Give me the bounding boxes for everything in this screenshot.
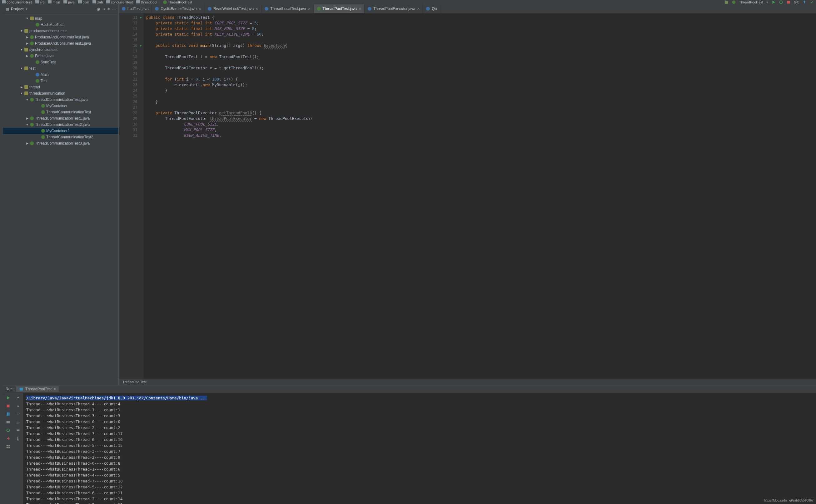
code-line[interactable] [146,60,438,65]
crumb-item[interactable]: zab [96,0,103,4]
editor-code[interactable]: public class ThreadPoolTest { private st… [144,13,438,270]
pkg-icon [24,85,28,89]
code-line[interactable]: private static final int MAX_POOL_SIZE =… [146,26,438,32]
project-header[interactable]: ▤ Project ▾ ⊕ ⇥ ✶ — [3,4,118,14]
tree-row[interactable]: Main [3,72,118,78]
crumb-item[interactable]: java [67,0,74,4]
code-line[interactable]: ThreadPoolExecutor threadPoolExecutor = … [146,116,438,121]
code-line[interactable]: } [146,88,438,93]
tree-label: HashMapTest [41,22,63,27]
code-line[interactable] [146,71,438,77]
editor-tab[interactable]: CyclicBarrierTest.java× [152,4,205,13]
tree-row[interactable]: ▼producerandconsumer [3,28,118,34]
code-line[interactable] [146,93,438,99]
java-icon [122,7,126,11]
crumb-item[interactable]: main [52,0,60,4]
java-icon [30,98,34,101]
close-icon[interactable]: × [255,6,258,11]
crumb-item[interactable]: com [82,0,89,4]
code-line[interactable]: ThreadPoolTest t = new ThreadPoolTest(); [146,54,438,60]
java-icon [30,116,34,120]
editor-tab[interactable]: ReadWriteLockTest.java× [205,4,261,13]
java-icon [30,141,34,145]
java-icon [36,60,39,64]
close-icon[interactable]: × [199,6,201,11]
tab-label: ThreadLocalTest.java [270,7,306,11]
java-icon [36,79,39,83]
collapse-icon[interactable]: ⇥ [102,7,105,11]
editor-gutter[interactable]: 11▶1213141516▶17181920212223242526272829… [119,13,144,270]
tree-row[interactable]: ▼ThreadCommunicationTest.java [3,96,118,103]
tree-row[interactable]: SyncTest [3,59,118,65]
tree-label: synchronizedtest [29,47,57,52]
code-line[interactable]: ThreadPoolExecutor e = t.getThreadPool1(… [146,65,438,71]
crumb-item[interactable]: src [39,0,45,4]
tree-label: ProducerAndConsumerTest1.java [35,41,91,46]
tree-label: test [29,66,35,71]
hide-icon[interactable]: — [112,7,116,11]
tree-row[interactable]: HashMapTest [3,22,118,28]
tree-label: MyContainer2 [46,129,70,133]
tree-row[interactable]: ▶ThreadCommunicationTest3.java [3,140,118,146]
tree-label: Father.java [35,54,53,58]
crumb-item[interactable]: concurrenttest [110,0,133,4]
editor-tab[interactable]: hodTest.java [119,4,152,13]
editor-tab[interactable]: ThreadLocalTest.java× [261,4,314,13]
settings-icon[interactable]: ✶ [107,7,110,11]
current-file[interactable]: ThreadPoolTest [168,0,192,4]
tree-row[interactable]: ▶ProducerAndConsumerTest.java [3,34,118,40]
tree-row[interactable]: ▼synchronizedtest [3,47,118,53]
tree-label: ThreadCommunicationTest1.java [35,116,90,121]
editor-tab[interactable]: Qu [423,4,438,13]
code-line[interactable] [146,37,438,43]
editor-tab[interactable]: ThreadPoolTest.java× [314,4,365,13]
tree-row[interactable]: ThreadCommunicationTest2 [3,134,118,140]
tree-row[interactable]: MyContainer2 [3,128,118,134]
java-icon [41,135,45,139]
tab-label: ThreadPoolTest.java [323,7,357,11]
code-line[interactable]: private static final int KEEP_ALIVE_TIME… [146,32,438,37]
run-gutter-icon[interactable]: ▶ [140,43,142,48]
code-line[interactable]: KEEP_ALIVE_TIME, [146,133,438,138]
editor-tab[interactable]: ThreadPoolExecutor.java× [364,4,423,13]
close-icon[interactable]: × [308,6,310,11]
tree-row[interactable]: ▼threadcommunication [3,90,118,96]
tree-row[interactable]: ▼test [3,65,118,72]
java-icon [41,129,45,133]
tree-row[interactable]: MyContainer [3,103,118,109]
code-line[interactable] [146,105,438,110]
tree-row[interactable]: ▶thread [3,84,118,90]
tree-row[interactable]: ▶Father.java [3,53,118,59]
tab-label: ThreadPoolExecutor.java [373,7,415,11]
close-icon[interactable]: × [417,6,420,11]
code-line[interactable]: public static void main(String[] args) t… [146,43,438,48]
code-line[interactable] [146,48,438,54]
crumb-item[interactable]: threadpool [140,0,157,4]
code-line[interactable]: e.execute(t.new MyRunnable(i)); [146,82,438,88]
tab-label: ReadWriteLockTest.java [213,7,254,11]
run-gutter-icon[interactable]: ▶ [140,15,142,20]
tree-row[interactable]: ▼ThreadCommunicationTest2.java [3,121,118,128]
tree-label: producerandconsumer [29,29,67,33]
pkg-icon [30,17,34,20]
code-line[interactable]: private static final int CORE_POOL_SIZE … [146,20,438,26]
tree-row[interactable]: Test [3,78,118,84]
tree-label: ThreadCommunicationTest [46,110,91,114]
tree-row[interactable]: ▶ProducerAndConsumerTest1.java [3,40,118,47]
project-tree[interactable]: ▼mapHashMapTest▼producerandconsumer▶Prod… [3,14,118,270]
code-line[interactable]: CORE_POOL_SIZE, [146,121,438,127]
crumb-item[interactable]: concurrent-test [6,0,32,4]
locate-icon[interactable]: ⊕ [96,7,100,12]
code-line[interactable]: MAX_POOL_SIZE, [146,127,438,133]
code-line[interactable]: } [146,99,438,105]
code-line[interactable]: private ThreadPoolExecutor getThreadPool… [146,110,438,116]
project-icon: ▤ [6,7,9,11]
code-line[interactable]: public class ThreadPoolTest { [146,15,438,20]
java-icon [30,42,34,45]
tree-row[interactable]: ▶ThreadCommunicationTest1.java [3,115,118,121]
tree-row[interactable]: ▼map [3,15,118,22]
code-line[interactable]: for (int i = 0; i < 100; i++) { [146,77,438,82]
close-icon[interactable]: × [358,6,361,11]
tree-row[interactable]: ThreadCommunicationTest [3,109,118,115]
tree-label: ThreadCommunicationTest.java [35,97,88,102]
